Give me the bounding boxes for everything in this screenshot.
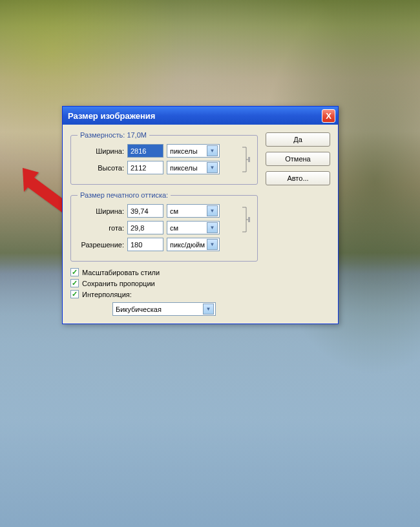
chevron-down-icon: ▼: [207, 222, 218, 233]
constrain-proportions-row[interactable]: ✓ Сохранить пропорции: [70, 279, 258, 287]
resolution-row: Разрешение: пикс/дюйм ▼: [78, 238, 251, 251]
print-width-input[interactable]: [127, 204, 163, 218]
pixel-height-input[interactable]: [127, 161, 163, 174]
pixel-dimensions-legend: Размерность: 17,0M: [78, 131, 149, 139]
resolution-unit-select[interactable]: пикс/дюйм ▼: [167, 238, 220, 251]
checkbox-icon: ✓: [70, 279, 79, 287]
titlebar[interactable]: Размер изображения X: [63, 107, 338, 125]
select-value: см: [170, 207, 178, 215]
print-height-row: гота: см ▼: [78, 221, 239, 234]
height-label: Высота:: [78, 164, 124, 172]
chevron-down-icon: ▼: [207, 162, 218, 173]
close-button[interactable]: X: [322, 109, 335, 123]
chevron-down-icon: ▼: [207, 205, 218, 216]
right-column: Да Отмена Авто...: [266, 131, 330, 316]
pixel-width-unit-select[interactable]: пикселы ▼: [167, 144, 220, 158]
print-width-unit-select[interactable]: см ▼: [167, 204, 220, 218]
cancel-button[interactable]: Отмена: [266, 152, 330, 166]
link-icon: [241, 144, 251, 178]
scale-styles-row[interactable]: ✓ Масштабировать стили: [70, 268, 258, 276]
checkbox-icon: ✓: [70, 268, 79, 276]
print-height-input[interactable]: [127, 221, 163, 234]
pixel-link-group: Ширина: пикселы ▼ Высота: пикселы: [78, 144, 251, 178]
print-height-unit-select[interactable]: см ▼: [167, 221, 220, 234]
chevron-down-icon: ▼: [203, 304, 214, 315]
print-width-row: Ширина: см ▼: [78, 204, 239, 218]
pixel-height-unit-select[interactable]: пикселы ▼: [167, 161, 220, 174]
interpolation-select-row: Бикубическая ▼: [70, 302, 258, 316]
link-icon: [241, 204, 251, 238]
width-label: Ширина:: [78, 147, 124, 155]
pixel-height-row: Высота: пикселы ▼: [78, 161, 239, 174]
pixel-width-input[interactable]: [127, 144, 163, 158]
ok-button[interactable]: Да: [266, 132, 330, 147]
pixel-dimensions-group: Размерность: 17,0M Ширина: пикселы ▼: [70, 131, 258, 185]
auto-button[interactable]: Авто...: [266, 171, 330, 185]
svg-rect-2: [248, 217, 250, 222]
print-size-group: Размер печатного оттиска: Ширина: см ▼: [70, 191, 258, 262]
print-height-label: гота:: [78, 224, 124, 232]
interpolation-label: Интерполяция:: [82, 291, 132, 298]
resolution-label: Разрешение:: [78, 241, 124, 249]
dialog-title: Размер изображения: [68, 111, 155, 121]
select-value: пикселы: [170, 164, 198, 172]
left-column: Размерность: 17,0M Ширина: пикселы ▼: [70, 131, 258, 316]
chevron-down-icon: ▼: [207, 145, 218, 156]
select-value: пикселы: [170, 147, 198, 155]
interpolation-method-select[interactable]: Бикубическая ▼: [112, 302, 216, 316]
close-icon: X: [326, 111, 331, 121]
interpolation-row[interactable]: ✓ Интерполяция:: [70, 290, 258, 298]
scale-styles-label: Масштабировать стили: [82, 269, 160, 276]
image-size-dialog: Размер изображения X Размерность: 17,0M …: [62, 106, 339, 324]
chevron-down-icon: ▼: [207, 239, 218, 250]
print-size-legend: Размер печатного оттиска:: [78, 191, 171, 199]
select-value: см: [170, 224, 178, 232]
select-value: Бикубическая: [116, 305, 162, 313]
svg-rect-1: [248, 157, 250, 162]
pixel-width-row: Ширина: пикселы ▼: [78, 144, 239, 158]
checkbox-icon: ✓: [70, 290, 79, 298]
dialog-body: Размерность: 17,0M Ширина: пикселы ▼: [63, 125, 338, 324]
select-value: пикс/дюйм: [170, 241, 205, 249]
print-link-group: Ширина: см ▼ гота: см: [78, 204, 251, 238]
resolution-input[interactable]: [127, 238, 163, 251]
print-width-label: Ширина:: [78, 207, 124, 215]
constrain-proportions-label: Сохранить пропорции: [82, 280, 155, 287]
